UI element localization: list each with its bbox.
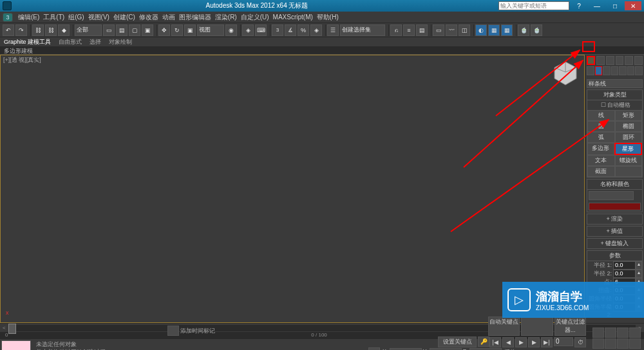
- geometry-cat[interactable]: [587, 66, 594, 75]
- systems-cat[interactable]: [635, 66, 643, 75]
- select-name-button[interactable]: ▤: [116, 24, 128, 36]
- render-setup-button[interactable]: ▦: [488, 24, 500, 36]
- btn-line[interactable]: 线: [587, 110, 615, 121]
- menu-render[interactable]: 渲染(R): [215, 13, 237, 22]
- key-target-button[interactable]: [521, 317, 553, 336]
- menu-graph[interactable]: 图形编辑器: [179, 13, 211, 22]
- tab-graphite[interactable]: Graphite 建模工具: [4, 38, 51, 46]
- viewcube[interactable]: [549, 58, 582, 90]
- help-icon[interactable]: ?: [571, 1, 587, 10]
- viewport[interactable]: [+][透 视][真实] x: [0, 55, 585, 323]
- param-r2[interactable]: 0.0: [613, 270, 636, 278]
- scale-button[interactable]: ▣: [184, 24, 196, 36]
- goto-start-button[interactable]: |◀: [489, 337, 501, 347]
- display-tab[interactable]: [625, 56, 633, 65]
- lock-selection-button[interactable]: [368, 347, 380, 351]
- btn-section[interactable]: 截面: [587, 166, 615, 177]
- kbd-rollout[interactable]: + 键盘输入: [587, 238, 643, 249]
- set-key-icon[interactable]: 🔑: [478, 336, 489, 347]
- maximize-button[interactable]: □: [607, 1, 623, 10]
- ref-coord[interactable]: 视图: [197, 24, 224, 36]
- unlink-button[interactable]: ⛓: [45, 24, 57, 36]
- select-button[interactable]: ▭: [103, 24, 115, 36]
- autogrid-checkbox[interactable]: ☐ 自动栅格: [587, 100, 644, 110]
- zoom-extents-all-button[interactable]: [629, 327, 641, 338]
- align-button[interactable]: ≡: [403, 24, 415, 36]
- coord-z[interactable]: [469, 348, 502, 351]
- bind-button[interactable]: ◆: [58, 24, 70, 36]
- goto-end-button[interactable]: ▶|: [541, 337, 553, 347]
- object-color-swatch[interactable]: [589, 203, 641, 210]
- param-r1[interactable]: 0.0: [613, 261, 636, 270]
- zoom-button[interactable]: [592, 327, 604, 338]
- time-config-button[interactable]: ⏱: [574, 337, 586, 347]
- curve-editor-button[interactable]: 〰: [446, 24, 457, 36]
- interp-rollout[interactable]: + 插值: [587, 226, 643, 237]
- motion-tab[interactable]: [616, 56, 624, 65]
- edit-selset-button[interactable]: ☰: [327, 24, 339, 36]
- search-input[interactable]: [498, 1, 569, 10]
- schematic-button[interactable]: ◫: [459, 24, 470, 36]
- helpers-cat[interactable]: [619, 66, 627, 75]
- subcategory-dropdown[interactable]: 样条线: [587, 79, 643, 88]
- menu-script[interactable]: MAXScript(M): [273, 14, 313, 21]
- link-button[interactable]: ⛓: [32, 24, 44, 36]
- viewport-label[interactable]: [+][透 视][真实]: [1, 55, 584, 65]
- select-rect-button[interactable]: ▢: [129, 24, 140, 36]
- material-editor-button[interactable]: ◐: [475, 24, 487, 36]
- btn-donut[interactable]: 圆环: [615, 132, 643, 143]
- menu-edit[interactable]: 编辑(E): [18, 13, 39, 22]
- btn-helix[interactable]: 螺旋线: [615, 155, 643, 166]
- coord-y[interactable]: [430, 348, 462, 351]
- setkey-button[interactable]: 设置关键点: [438, 336, 477, 347]
- maximize-viewport-button[interactable]: [629, 338, 641, 349]
- menu-tools[interactable]: 工具(T): [43, 13, 64, 22]
- render-frame-button[interactable]: ▦: [501, 24, 513, 36]
- btn-arc[interactable]: 弧: [587, 132, 615, 143]
- app-menu-icon[interactable]: 3: [3, 13, 13, 22]
- next-frame-button[interactable]: ▶: [528, 337, 540, 347]
- orbit-button[interactable]: [617, 338, 629, 349]
- object-name-input[interactable]: [589, 191, 634, 200]
- utilities-tab[interactable]: [634, 56, 643, 65]
- menu-anim[interactable]: 动画: [162, 13, 175, 22]
- create-tab[interactable]: [587, 56, 595, 65]
- mirror-button[interactable]: ⎌: [390, 24, 402, 36]
- redo-button[interactable]: ↷: [15, 24, 27, 36]
- btn-star[interactable]: 星形: [614, 143, 643, 155]
- lights-cat[interactable]: [603, 66, 611, 75]
- menu-modifier[interactable]: 修改器: [139, 13, 158, 22]
- selection-filter[interactable]: 全部: [75, 24, 102, 36]
- script-slot-1[interactable]: [1, 340, 31, 350]
- zoom-extents-button[interactable]: [617, 327, 629, 338]
- tab-selection[interactable]: 选择: [90, 38, 101, 46]
- pivot-button[interactable]: ◉: [225, 24, 237, 36]
- time-tag-button[interactable]: 添加时间标记: [180, 327, 215, 335]
- tab-objpaint[interactable]: 对象绘制: [109, 38, 132, 46]
- spinner-snap-button[interactable]: ◈: [310, 24, 322, 36]
- close-button[interactable]: ✕: [625, 1, 641, 10]
- render-rollout[interactable]: + 渲染: [587, 214, 643, 225]
- minimize-button[interactable]: —: [589, 1, 605, 10]
- zoom-all-button[interactable]: [605, 327, 616, 338]
- menu-help[interactable]: 帮助(H): [317, 13, 339, 22]
- btn-text[interactable]: 文本: [587, 155, 615, 166]
- current-frame-input[interactable]: 0: [554, 337, 573, 346]
- snap-button[interactable]: 3: [272, 24, 283, 36]
- keyfilter-button[interactable]: 关键点过滤器...: [554, 317, 586, 336]
- layer-button[interactable]: ▤: [416, 24, 428, 36]
- shapes-cat[interactable]: [595, 66, 603, 75]
- pan-button[interactable]: [605, 338, 616, 349]
- percent-snap-button[interactable]: %: [298, 24, 309, 36]
- menu-custom[interactable]: 自定义(U): [241, 13, 269, 22]
- btn-circle[interactable]: 圆: [587, 121, 615, 132]
- menu-view[interactable]: 视图(V): [88, 13, 109, 22]
- fov-button[interactable]: [592, 338, 604, 349]
- modify-tab[interactable]: [596, 56, 605, 65]
- move-button[interactable]: ✥: [158, 24, 170, 36]
- rotate-button[interactable]: ↻: [171, 24, 183, 36]
- btn-rect[interactable]: 矩形: [615, 110, 643, 121]
- menu-group[interactable]: 组(G): [68, 13, 84, 22]
- name-color-rollout[interactable]: 名称和颜色: [587, 180, 642, 190]
- spinner-icon[interactable]: ▴: [636, 261, 642, 270]
